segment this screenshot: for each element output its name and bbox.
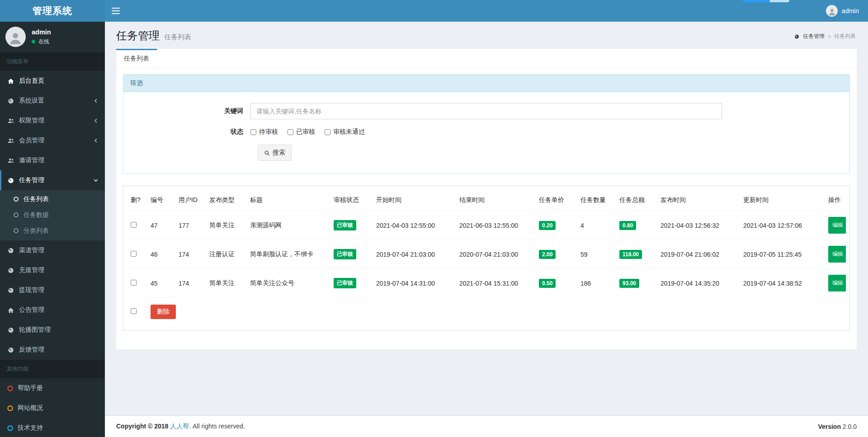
circle-o-icon: [7, 425, 14, 432]
sidebar-subitem-task-list[interactable]: 任务列表: [0, 191, 105, 207]
keyword-label: 关键词: [130, 107, 250, 115]
sidebar-item-carousel[interactable]: 轮播图管理: [0, 320, 105, 340]
gauge-icon: [7, 247, 15, 254]
cell-update: 2021-04-03 12:57:06: [740, 211, 825, 240]
col-delete: 删?: [127, 190, 147, 211]
cell-title: 简单关注公众号: [246, 269, 330, 298]
status-badge: 已审核: [334, 278, 356, 288]
sidebar-item-withdrawals[interactable]: 提现管理: [0, 280, 105, 300]
breadcrumb-current: 任务列表: [834, 33, 856, 40]
row-checkbox[interactable]: [131, 280, 137, 286]
sidebar-item-members[interactable]: 会员管理: [0, 131, 105, 150]
search-button[interactable]: 搜索: [258, 145, 292, 161]
pending-checkbox[interactable]: [250, 129, 256, 135]
cell-count: 186: [577, 269, 616, 298]
cell-publish: 2019-07-04 14:35:20: [657, 269, 740, 298]
filter-panel-body: 关键词 状态 待审核 已审核: [123, 92, 849, 174]
gauge-icon: [7, 177, 15, 184]
sidebar-item-recharge[interactable]: 充值管理: [0, 260, 105, 280]
sidebar-item-site-overview[interactable]: 网站概况: [0, 398, 105, 418]
sidebar-item-invitations[interactable]: 邀请管理: [0, 150, 105, 170]
total-badge: 0.80: [619, 221, 636, 230]
col-user-id: 用户ID: [175, 190, 206, 211]
gauge-icon: [7, 267, 15, 274]
sidebar-item-help-manual[interactable]: 帮助手册: [0, 378, 105, 398]
sidebar-item-home[interactable]: 后台首页: [0, 71, 105, 91]
select-all-checkbox[interactable]: [131, 308, 137, 314]
col-id: 编号: [147, 190, 175, 211]
breadcrumb-root-link[interactable]: 任务管理: [803, 33, 825, 40]
breadcrumb: 任务管理 > 任务列表: [794, 33, 856, 40]
sidebar-subitem-category-list[interactable]: 分类列表: [0, 223, 105, 239]
price-badge: 0.20: [539, 221, 556, 230]
sidebar-user-panel: admin 在线: [0, 22, 105, 52]
brand-link[interactable]: 人人帮: [170, 423, 189, 430]
user-menu[interactable]: admin: [826, 0, 868, 22]
hamburger-icon: [112, 8, 120, 14]
circle-o-icon: [7, 405, 14, 412]
chevron-left-icon: [93, 138, 99, 143]
rejected-checkbox[interactable]: [325, 129, 330, 135]
sidebar-item-system-settings[interactable]: 系统设置: [0, 91, 105, 111]
col-actions: 操作: [825, 190, 846, 211]
sidebar: admin 在线 功能菜单 后台首页 系统设置 权限管理 会员管理 邀请管理 任…: [0, 22, 105, 437]
cell-id: 46: [147, 240, 175, 269]
edit-button[interactable]: 编辑: [828, 275, 846, 291]
keyword-input[interactable]: [250, 103, 722, 119]
cell-count: 4: [577, 211, 616, 240]
footer: Copyright © 2018 人人帮. All rights reserve…: [105, 415, 868, 437]
home-icon: [7, 307, 15, 314]
home-icon: [7, 78, 15, 85]
cell-user-id: 177: [175, 211, 206, 240]
table-header-row: 删? 编号 用户ID 发布类型 标题 审核状态 开始时间 结束时间 任务单价 任…: [127, 190, 846, 211]
cell-start: 2019-07-04 21:03:00: [373, 240, 456, 269]
circle-o-icon: [13, 196, 19, 202]
col-status: 审核状态: [330, 190, 373, 211]
col-start: 开始时间: [373, 190, 456, 211]
total-badge: 93.00: [619, 279, 639, 288]
row-checkbox[interactable]: [131, 222, 137, 228]
tasks-submenu: 任务列表 任务数据 分类列表: [0, 190, 105, 240]
gauge-icon: [794, 34, 800, 39]
row-checkbox[interactable]: [131, 251, 137, 257]
table-row: 46 174 注册认证 简单刷脸认证，不绑卡 已审核 2019-07-04 21…: [127, 240, 846, 269]
sidebar-item-channels[interactable]: 渠道管理: [0, 240, 105, 260]
edit-button[interactable]: 编辑: [828, 246, 846, 263]
status-badge: 已审核: [334, 220, 356, 230]
sidebar-item-announcements[interactable]: 公告管理: [0, 300, 105, 320]
approved-checkbox[interactable]: [288, 129, 293, 135]
sidebar-item-permissions[interactable]: 权限管理: [0, 111, 105, 131]
footer-copyright: Copyright © 2018 人人帮. All rights reserve…: [116, 423, 245, 431]
sidebar-user-status[interactable]: 在线: [32, 38, 51, 46]
sidebar-item-tech-support[interactable]: 技术支持: [0, 418, 105, 437]
status-option-pending[interactable]: 待审核: [250, 128, 278, 136]
col-count: 任务数量: [577, 190, 616, 211]
browser-overlay-artifact: [743, 0, 789, 2]
chevron-left-icon: [93, 118, 99, 123]
sidebar-item-tasks[interactable]: 任务管理: [0, 170, 105, 190]
gauge-icon: [7, 98, 15, 104]
table-row: 47 177 简单关注 亲测源码网 已审核 2021-04-03 12:55:0…: [127, 211, 846, 240]
page-subtitle: 任务列表: [164, 33, 191, 42]
cell-publish: 2021-04-03 12:56:32: [657, 211, 740, 240]
task-table: 删? 编号 用户ID 发布类型 标题 审核状态 开始时间 结束时间 任务单价 任…: [127, 190, 846, 327]
sidebar-subitem-task-data[interactable]: 任务数据: [0, 207, 105, 223]
col-update: 更新时间: [740, 190, 825, 211]
edit-button[interactable]: 编辑: [828, 217, 846, 234]
cell-start: 2021-04-03 12:55:00: [373, 211, 456, 240]
col-type: 发布类型: [206, 190, 246, 211]
sidebar-item-feedback[interactable]: 反馈管理: [0, 340, 105, 360]
cell-title: 简单刷脸认证，不绑卡: [246, 240, 330, 269]
cell-end: 2021-06-03 12:55:00: [456, 211, 535, 240]
sidebar-section-header: 功能菜单: [0, 52, 105, 71]
status-option-rejected[interactable]: 审核未通过: [325, 128, 365, 136]
app-logo[interactable]: 管理系统: [0, 0, 105, 22]
tab-task-list[interactable]: 任务列表: [116, 49, 157, 67]
gauge-icon: [7, 327, 15, 334]
filter-panel: 筛选 关键词 状态 待审核: [123, 74, 850, 174]
sidebar-toggle-button[interactable]: [105, 0, 127, 22]
sidebar-user-name: admin: [32, 28, 51, 36]
status-option-approved[interactable]: 已审核: [288, 128, 315, 136]
delete-button[interactable]: 删除: [151, 305, 176, 319]
top-navbar: 管理系统 admin: [0, 0, 868, 22]
